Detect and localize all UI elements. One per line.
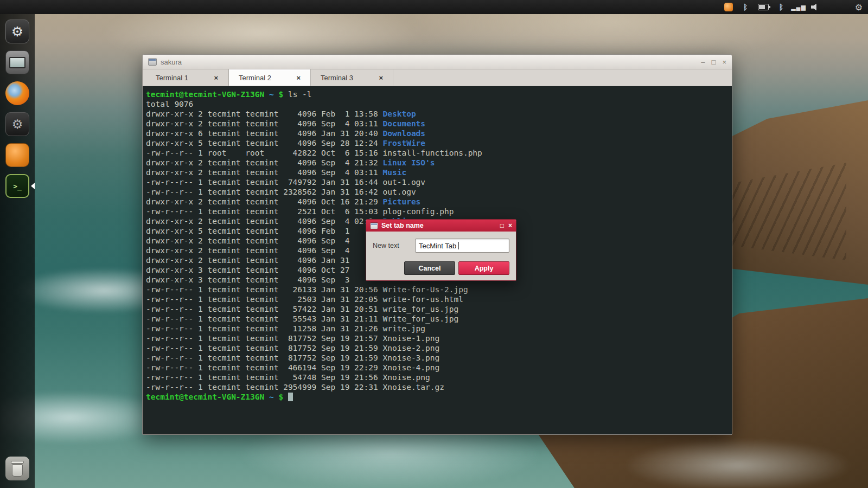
tab-label: Terminal 1 — [156, 74, 188, 82]
cancel-button[interactable]: Cancel — [404, 261, 455, 275]
dock-item-trash[interactable] — [0, 457, 35, 480]
tab-terminal-1[interactable]: Terminal 1× — [146, 69, 228, 86]
dock-item-display[interactable] — [0, 50, 35, 74]
dialog-body: New text TecMint Tab Cancel Apply — [366, 232, 516, 280]
tab-name-input[interactable]: TecMint Tab — [415, 239, 509, 253]
display-icon — [5, 50, 29, 74]
running-indicator-icon — [31, 183, 35, 189]
window-icon — [148, 58, 157, 66]
volume-icon[interactable] — [811, 3, 820, 11]
window-controls: – □ × — [701, 59, 726, 66]
dialog-actions: Cancel Apply — [373, 261, 509, 275]
dialog-close-button[interactable]: × — [508, 222, 512, 229]
tab-terminal-2[interactable]: Terminal 2× — [228, 69, 311, 86]
dock — [0, 0, 35, 488]
window-titlebar[interactable]: sakura – □ × — [143, 55, 732, 69]
terminal-line: drwxr-xr-x 6 tecmint tecmint 4096 Jan 31… — [146, 129, 732, 138]
orange-app-indicator-icon[interactable] — [724, 3, 733, 11]
terminal-line: drwxr-xr-x 2 tecmint tecmint 4096 Sep 4 … — [146, 158, 732, 168]
terminal-icon — [5, 174, 29, 198]
new-text-label: New text — [373, 242, 415, 249]
dock-item-firefox[interactable] — [0, 81, 35, 105]
set-tab-name-dialog: Set tab name □ × New text TecMint Tab Ca… — [366, 219, 516, 281]
mint-menu-icon — [5, 20, 29, 43]
terminal-line: -rw-r--r-- 1 tecmint tecmint 57422 Jan 3… — [146, 304, 732, 314]
terminal-line: drwxr-xr-x 2 tecmint tecmint 4096 Feb 1 … — [146, 109, 732, 119]
battery-icon[interactable] — [758, 4, 769, 10]
terminal-cursor — [288, 393, 293, 401]
orange-app-icon — [5, 143, 29, 167]
tab-label: Terminal 2 — [239, 74, 271, 82]
signal-strength-icon[interactable] — [794, 2, 803, 12]
terminal-line: tecmint@tecmint-VGN-Z13GN ~ $ — [146, 392, 732, 402]
terminal-line: -rw-r--r-- 1 tecmint tecmint 2521 Oct 6 … — [146, 207, 732, 216]
terminal-line: -rw-r--r-- 1 tecmint tecmint 817752 Sep … — [146, 353, 732, 363]
settings-gear-icon[interactable] — [854, 2, 864, 12]
terminal-line: tecmint@tecmint-VGN-Z13GN ~ $ ls -l — [146, 89, 732, 99]
terminal-line: drwxr-xr-x 2 tecmint tecmint 4096 Sep 4 … — [146, 119, 732, 129]
system-tray — [724, 2, 864, 12]
terminal-line: -rw-r--r-- 1 tecmint tecmint 54748 Sep 1… — [146, 373, 732, 382]
minimize-button[interactable]: – — [701, 59, 705, 66]
tab-label: Terminal 3 — [321, 74, 353, 82]
top-bar — [0, 0, 868, 14]
terminal-line: -rw-r--r-- 1 tecmint tecmint 2954999 Sep… — [146, 382, 732, 392]
trash-icon — [5, 457, 29, 480]
maximize-button[interactable]: □ — [712, 59, 716, 66]
terminal-line: total 9076 — [146, 99, 732, 109]
terminal-line: drwxr-xr-x 5 tecmint tecmint 4096 Sep 28… — [146, 138, 732, 148]
apply-button[interactable]: Apply — [458, 261, 509, 275]
terminal-line: -rw-r--r-- 1 root root 42822 Oct 6 15:16… — [146, 148, 732, 158]
terminal-line: -rw-r--r-- 1 tecmint tecmint 2328562 Jan… — [146, 187, 732, 197]
dock-item-terminal[interactable] — [0, 174, 35, 198]
terminal-line: -rw-r--r-- 1 tecmint tecmint 11258 Jan 3… — [146, 324, 732, 333]
tab-close-icon[interactable]: × — [379, 74, 383, 82]
terminal-line: -rw-r--r-- 1 tecmint tecmint 55543 Jan 3… — [146, 314, 732, 324]
dialog-title: Set tab name — [381, 222, 424, 229]
terminal-line: -rw-r--r-- 1 tecmint tecmint 26133 Jan 3… — [146, 285, 732, 294]
tab-close-icon[interactable]: × — [296, 74, 301, 82]
terminal-line: drwxr-xr-x 2 tecmint tecmint 4096 Oct 16… — [146, 197, 732, 207]
window-title: sakura — [161, 58, 182, 66]
tab-name-input-value: TecMint Tab — [419, 242, 456, 250]
bluetooth-b-icon[interactable] — [776, 2, 786, 12]
tab-bar: Terminal 1×Terminal 2×Terminal 3× — [143, 69, 732, 86]
terminal-line: -rw-r--r-- 1 tecmint tecmint 749792 Jan … — [146, 177, 732, 187]
dock-item-orange-app[interactable] — [0, 143, 35, 167]
tab-terminal-3[interactable]: Terminal 3× — [311, 69, 393, 86]
dialog-maximize-button[interactable]: □ — [500, 222, 504, 229]
terminal-line: drwxr-xr-x 2 tecmint tecmint 4096 Sep 4 … — [146, 168, 732, 177]
new-text-row: New text TecMint Tab — [373, 239, 509, 253]
dock-item-mint-menu[interactable] — [0, 20, 35, 43]
dock-item-system-settings[interactable] — [0, 112, 35, 136]
close-button[interactable]: × — [722, 59, 726, 66]
terminal-line: -rw-r--r-- 1 tecmint tecmint 2503 Jan 31… — [146, 294, 732, 304]
system-settings-icon — [5, 112, 29, 136]
terminal-line: -rw-r--r-- 1 tecmint tecmint 817752 Sep … — [146, 343, 732, 353]
tab-close-icon[interactable]: × — [214, 74, 218, 82]
dialog-titlebar[interactable]: Set tab name □ × — [366, 220, 516, 232]
text-caret — [458, 242, 459, 249]
firefox-icon — [5, 81, 29, 105]
terminal-line: -rw-r--r-- 1 tecmint tecmint 817752 Sep … — [146, 333, 732, 343]
terminal-line: -rw-r--r-- 1 tecmint tecmint 466194 Sep … — [146, 363, 732, 373]
dialog-icon — [370, 222, 378, 229]
bluetooth-icon[interactable] — [741, 2, 750, 12]
dialog-controls: □ × — [500, 222, 512, 229]
